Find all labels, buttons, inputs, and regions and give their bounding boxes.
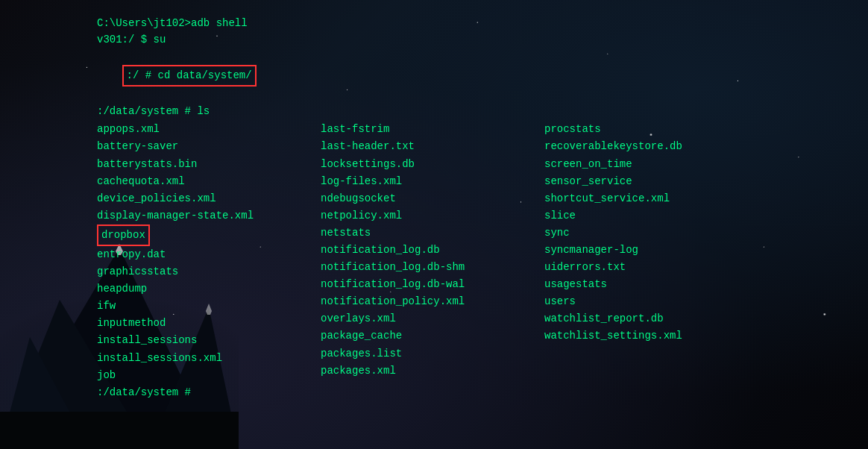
ls-item-notification-policy: notification_policy.xml — [321, 293, 544, 310]
ls-item-package-cache: package_cache — [321, 327, 544, 345]
ls-item-last-fstrim: last-fstrim — [321, 121, 544, 138]
ls-item-notification-log: notification_log.db — [321, 242, 544, 259]
ls-item-graphicsstats: graphicsstats — [97, 263, 321, 280]
ls-item-notification-log-shm: notification_log.db-shm — [321, 259, 544, 276]
ls-col-1: appops.xml battery-saver batterystats.bi… — [97, 121, 321, 383]
ls-item-users: users — [544, 293, 846, 310]
ls-item-syncmanager-log: syncmanager-log — [544, 242, 846, 259]
ls-item-empty-1 — [544, 345, 846, 362]
ls-item-locksettings: locksettings.db — [321, 156, 544, 173]
ls-item-screen-on-time: screen_on_time — [544, 156, 846, 173]
ls-item-notification-log-wal: notification_log.db-wal — [321, 276, 544, 293]
ls-item-slice: slice — [544, 207, 846, 224]
ls-item-device-policies: device_policies.xml — [97, 190, 321, 207]
ls-item-empty-2 — [544, 362, 846, 380]
ls-item-battery-saver: battery-saver — [97, 138, 321, 155]
ls-item-usagestats: usagestats — [544, 276, 846, 293]
final-prompt: :/data/system # — [97, 384, 846, 401]
ls-col-2: last-fstrim last-header.txt locksettings… — [321, 121, 544, 383]
cd-command-highlight: :/ # cd data/system/ — [122, 65, 257, 86]
ls-col-3: procstats recoverablekeystore.db screen_… — [544, 121, 846, 383]
ls-item-overlays: overlays.xml — [321, 310, 544, 327]
ls-item-recoverablekeystore: recoverablekeystore.db — [544, 138, 846, 155]
ls-item-inputmethod: inputmethod — [97, 315, 321, 332]
cd-command-line: :/ # cd data/system/ — [97, 48, 846, 103]
ls-item-batterystats: batterystats.bin — [97, 156, 321, 173]
ls-item-shortcut-service: shortcut_service.xml — [544, 190, 846, 207]
ls-item-dropbox: dropbox — [97, 224, 321, 246]
ls-item-packages-list: packages.list — [321, 345, 544, 362]
ls-item-heapdump: heapdump — [97, 280, 321, 298]
ls-item-display-manager: display-manager-state.xml — [97, 207, 321, 224]
ls-item-entropy: entropy.dat — [97, 246, 321, 263]
header-line-2: v301:/ $ su — [97, 31, 846, 48]
dropbox-highlight: dropbox — [97, 224, 150, 246]
ls-item-install-sessions: install_sessions — [97, 332, 321, 349]
ls-item-watchlist-report: watchlist_report.db — [544, 310, 846, 327]
ls-item-appops: appops.xml — [97, 121, 321, 138]
ls-item-job: job — [97, 367, 321, 384]
ls-item-uiderrors: uiderrors.txt — [544, 259, 846, 276]
ls-item-last-header: last-header.txt — [321, 138, 544, 155]
ls-item-watchlist-settings: watchlist_settings.xml — [544, 327, 846, 345]
ls-item-sync: sync — [544, 224, 846, 242]
ls-item-procstats: procstats — [544, 121, 846, 138]
ls-item-netpolicy: netpolicy.xml — [321, 207, 544, 224]
ls-item-netstats: netstats — [321, 224, 544, 242]
ls-item-ndebugsocket: ndebugsocket — [321, 190, 544, 207]
header-line-1: C:\Users\jt102>adb shell — [97, 15, 846, 31]
ls-item-install-sessions-xml: install_sessions.xml — [97, 350, 321, 367]
ls-command-line: :/data/system # ls — [97, 103, 846, 119]
ls-item-packages-xml: packages.xml — [321, 362, 544, 380]
ls-item-cachequota: cachequota.xml — [97, 173, 321, 190]
ls-item-ifw: ifw — [97, 298, 321, 315]
terminal-window: C:\Users\jt102>adb shell v301:/ $ su :/ … — [75, 0, 868, 449]
ls-item-log-files: log-files.xml — [321, 173, 544, 190]
ls-output: appops.xml battery-saver batterystats.bi… — [97, 121, 846, 383]
ls-item-sensor-service: sensor_service — [544, 173, 846, 190]
